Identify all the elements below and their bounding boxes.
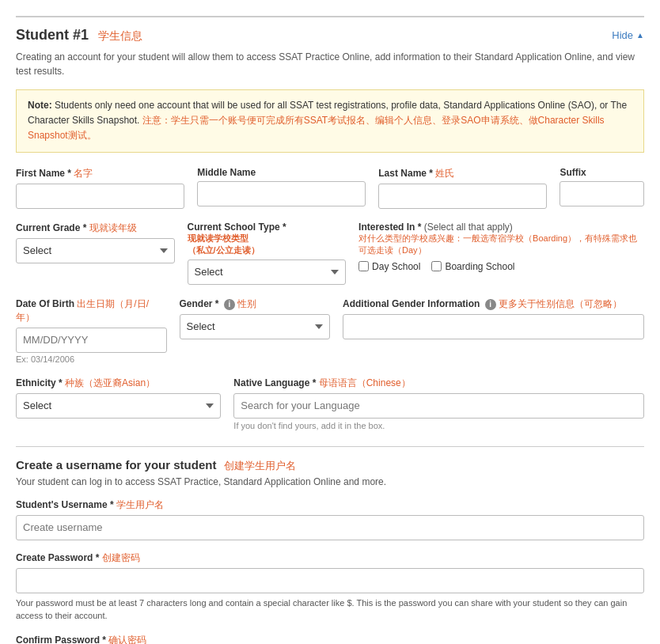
username-section-desc: Your student can log in to access SSAT P… — [16, 476, 644, 487]
hide-label: Hide — [612, 29, 633, 41]
hide-button[interactable]: Hide ▲ — [612, 29, 644, 41]
create-password-input[interactable] — [16, 568, 644, 593]
grade-school-row: Current Grade * 现就读年级 Select Grade 5 Gra… — [16, 222, 644, 285]
additional-gender-input[interactable] — [343, 314, 644, 339]
first-name-group: First Name * 名字 — [16, 167, 184, 209]
gender-label: Gender * i 性别 — [180, 297, 331, 311]
native-language-input[interactable] — [233, 393, 644, 419]
dob-group: Date Of Birth 出生日期（月/日/年） Ex: 03/14/2006 — [16, 297, 167, 364]
additional-gender-info-icon[interactable]: i — [485, 299, 496, 310]
suffix-label: Suffix — [559, 167, 644, 178]
native-language-label: Native Language * 母语语言（Chinese） — [233, 377, 644, 390]
dob-hint: Ex: 03/14/2006 — [16, 354, 167, 364]
day-school-checkbox-label[interactable]: Day School — [358, 261, 420, 272]
boarding-school-checkbox[interactable] — [431, 261, 442, 271]
username-section-title: Create a username for your student — [16, 458, 216, 472]
checkboxes-row: Day School Boarding School — [358, 261, 644, 272]
section-title: Student #1 — [16, 27, 89, 43]
ethnicity-select[interactable]: Select Asian Black or African American H… — [16, 393, 221, 419]
section-divider — [16, 446, 644, 447]
note-prefix: Note: — [28, 100, 52, 111]
student-section-header: Student #1 学生信息 Hide ▲ — [16, 16, 644, 44]
school-type-cn-label: 现就读学校类型 （私立/公立走读） — [188, 233, 260, 255]
create-password-group: Create Password * 创建密码 — [16, 551, 644, 593]
name-row: First Name * 名字 Middle Name Last Name * … — [16, 167, 644, 209]
ethnicity-label: Ethnicity * 种族（选亚裔Asian） — [16, 377, 221, 390]
dob-label: Date Of Birth 出生日期（月/日/年） — [16, 297, 167, 324]
first-name-input[interactable] — [16, 184, 184, 209]
current-grade-group: Current Grade * 现就读年级 Select Grade 5 Gra… — [16, 222, 175, 263]
ethnicity-group: Ethnicity * 种族（选亚裔Asian） Select Asian Bl… — [16, 377, 221, 419]
boarding-school-checkbox-label[interactable]: Boarding School — [431, 261, 514, 272]
suffix-group: Suffix — [559, 167, 644, 206]
section-description: Creating an account for your student wil… — [16, 50, 644, 78]
ethnicity-language-row: Ethnicity * 种族（选亚裔Asian） Select Asian Bl… — [16, 377, 644, 430]
username-section-title-cn: 创建学生用户名 — [224, 460, 296, 472]
dob-gender-row: Date Of Birth 出生日期（月/日/年） Ex: 03/14/2006… — [16, 297, 644, 364]
school-type-select[interactable]: Select Public Private Charter Home Schoo… — [188, 259, 347, 285]
first-name-label: First Name * 名字 — [16, 167, 184, 180]
confirm-password-label: Confirm Password * 确认密码 — [16, 634, 644, 644]
current-grade-select[interactable]: Select Grade 5 Grade 6 Grade 7 Grade 8 G… — [16, 238, 175, 263]
middle-name-input[interactable] — [197, 181, 366, 206]
school-type-label: Current School Type * 现就读学校类型 （私立/公立走读） — [188, 222, 347, 256]
additional-gender-group: Additional Gender Information i 更多关于性别信息… — [343, 297, 644, 339]
gender-info-icon[interactable]: i — [224, 299, 235, 310]
native-language-hint: If you don't find yours, add it in the b… — [233, 421, 644, 430]
middle-name-group: Middle Name — [197, 167, 366, 206]
password-hint: Your password must be at least 7 charact… — [16, 597, 644, 623]
last-name-label: Last Name * 姓氏 — [378, 167, 547, 180]
school-type-annotation-text: 对什么类型的学校感兴趣：一般选寄宿学校（Boarding），有特殊需求也可选走读… — [358, 233, 637, 255]
section-title-cn: 学生信息 — [98, 29, 142, 42]
student-username-label: Student's Username * 学生用户名 — [16, 498, 644, 512]
interested-in-group: Interested In * (Select all that apply) … — [358, 222, 644, 272]
confirm-password-group: Confirm Password * 确认密码 — [16, 634, 644, 644]
gender-group: Gender * i 性别 Select Male Female Non-bin… — [180, 297, 331, 339]
additional-gender-label: Additional Gender Information i 更多关于性别信息… — [343, 297, 644, 311]
current-grade-label: Current Grade * 现就读年级 — [16, 222, 175, 235]
native-language-group: Native Language * 母语语言（Chinese） If you d… — [233, 377, 644, 430]
student-username-group: Student's Username * 学生用户名 — [16, 498, 644, 540]
username-section-header: Create a username for your student 创建学生用… — [16, 458, 644, 473]
day-school-checkbox[interactable] — [358, 261, 369, 271]
last-name-group: Last Name * 姓氏 — [378, 167, 547, 209]
student-username-input[interactable] — [16, 515, 644, 540]
interested-in-label: Interested In * (Select all that apply) … — [358, 222, 644, 256]
create-password-label: Create Password * 创建密码 — [16, 551, 644, 565]
suffix-input[interactable] — [559, 181, 644, 206]
last-name-input[interactable] — [378, 184, 547, 209]
middle-name-label: Middle Name — [197, 167, 366, 178]
school-type-group: Current School Type * 现就读学校类型 （私立/公立走读） … — [188, 222, 347, 285]
note-box: Note: Students only need one account tha… — [16, 89, 644, 153]
dob-input[interactable] — [16, 328, 167, 353]
chevron-up-icon: ▲ — [636, 31, 644, 40]
gender-select[interactable]: Select Male Female Non-binary — [180, 314, 331, 339]
